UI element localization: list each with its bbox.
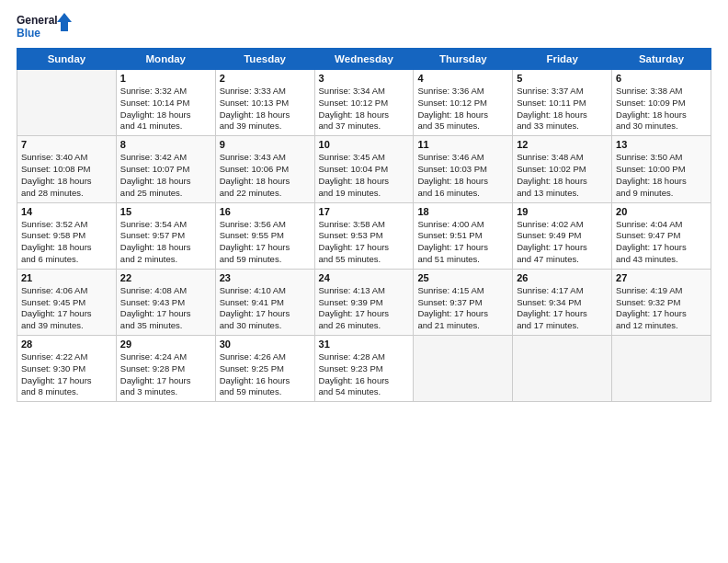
day-number-18: 18 (417, 206, 508, 217)
day-number-5: 5 (517, 73, 608, 84)
header: General Blue (17, 11, 711, 44)
day-number-25: 25 (417, 272, 508, 283)
day-cell-26: 26Sunrise: 4:17 AMSunset: 9:34 PMDayligh… (513, 269, 612, 335)
day-number-23: 23 (220, 272, 311, 283)
day-cell-19: 19Sunrise: 4:02 AMSunset: 9:49 PMDayligh… (513, 202, 612, 269)
weekday-header-thursday: Thursday (414, 49, 513, 70)
day-info-2: Sunrise: 3:33 AMSunset: 10:13 PMDaylight… (220, 86, 311, 132)
day-number-15: 15 (120, 206, 211, 217)
day-number-1: 1 (120, 73, 211, 84)
day-number-10: 10 (319, 139, 410, 150)
day-number-29: 29 (120, 339, 211, 350)
day-info-25: Sunrise: 4:15 AMSunset: 9:37 PMDaylight:… (417, 285, 508, 332)
day-info-14: Sunrise: 3:52 AMSunset: 9:58 PMDaylight:… (21, 219, 112, 266)
day-cell-23: 23Sunrise: 4:10 AMSunset: 9:41 PMDayligh… (215, 269, 314, 335)
day-info-4: Sunrise: 3:36 AMSunset: 10:12 PMDaylight… (417, 86, 508, 132)
page: General Blue SundayMondayTuesdayWednesda… (0, 0, 728, 411)
day-cell-13: 13Sunrise: 3:50 AMSunset: 10:00 PMDaylig… (612, 136, 711, 202)
day-cell-29: 29Sunrise: 4:24 AMSunset: 9:28 PMDayligh… (116, 336, 215, 402)
week-row-5: 28Sunrise: 4:22 AMSunset: 9:30 PMDayligh… (17, 336, 711, 402)
day-cell-16: 16Sunrise: 3:56 AMSunset: 9:55 PMDayligh… (215, 202, 314, 269)
day-number-11: 11 (417, 139, 508, 150)
day-info-31: Sunrise: 4:28 AMSunset: 9:23 PMDaylight:… (319, 351, 410, 398)
logo-svg: General Blue (17, 11, 72, 44)
day-info-8: Sunrise: 3:42 AMSunset: 10:07 PMDaylight… (120, 152, 211, 199)
weekday-header-saturday: Saturday (612, 49, 711, 70)
day-info-12: Sunrise: 3:48 AMSunset: 10:02 PMDaylight… (517, 152, 608, 199)
day-info-6: Sunrise: 3:38 AMSunset: 10:09 PMDaylight… (616, 86, 707, 132)
day-cell-30: 30Sunrise: 4:26 AMSunset: 9:25 PMDayligh… (215, 336, 314, 402)
svg-text:Blue: Blue (17, 27, 40, 40)
week-row-2: 7Sunrise: 3:40 AMSunset: 10:08 PMDayligh… (17, 136, 711, 202)
day-number-31: 31 (319, 339, 410, 350)
day-number-7: 7 (21, 139, 112, 150)
day-cell-5: 5Sunrise: 3:37 AMSunset: 10:11 PMDayligh… (513, 70, 612, 136)
day-number-4: 4 (417, 73, 508, 84)
day-cell-28: 28Sunrise: 4:22 AMSunset: 9:30 PMDayligh… (17, 336, 117, 402)
day-info-27: Sunrise: 4:19 AMSunset: 9:32 PMDaylight:… (616, 285, 707, 332)
day-cell-8: 8Sunrise: 3:42 AMSunset: 10:07 PMDayligh… (116, 136, 215, 202)
day-number-9: 9 (220, 139, 311, 150)
day-cell-24: 24Sunrise: 4:13 AMSunset: 9:39 PMDayligh… (314, 269, 414, 335)
day-number-8: 8 (120, 139, 211, 150)
day-info-23: Sunrise: 4:10 AMSunset: 9:41 PMDaylight:… (220, 285, 311, 332)
day-number-20: 20 (616, 206, 707, 217)
day-info-30: Sunrise: 4:26 AMSunset: 9:25 PMDaylight:… (220, 351, 311, 398)
day-cell-31: 31Sunrise: 4:28 AMSunset: 9:23 PMDayligh… (314, 336, 414, 402)
day-cell-9: 9Sunrise: 3:43 AMSunset: 10:06 PMDayligh… (215, 136, 314, 202)
day-info-17: Sunrise: 3:58 AMSunset: 9:53 PMDaylight:… (319, 219, 410, 266)
day-info-11: Sunrise: 3:46 AMSunset: 10:03 PMDaylight… (417, 152, 508, 199)
day-number-30: 30 (220, 339, 311, 350)
day-info-9: Sunrise: 3:43 AMSunset: 10:06 PMDaylight… (220, 152, 311, 199)
weekday-header-wednesday: Wednesday (314, 49, 414, 70)
day-cell-11: 11Sunrise: 3:46 AMSunset: 10:03 PMDaylig… (414, 136, 513, 202)
day-number-22: 22 (120, 272, 211, 283)
day-cell-10: 10Sunrise: 3:45 AMSunset: 10:04 PMDaylig… (314, 136, 414, 202)
day-cell-3: 3Sunrise: 3:34 AMSunset: 10:12 PMDayligh… (314, 70, 414, 136)
calendar: SundayMondayTuesdayWednesdayThursdayFrid… (17, 48, 711, 402)
day-info-18: Sunrise: 4:00 AMSunset: 9:51 PMDaylight:… (417, 219, 508, 266)
day-cell-25: 25Sunrise: 4:15 AMSunset: 9:37 PMDayligh… (414, 269, 513, 335)
day-number-3: 3 (319, 73, 410, 84)
day-number-12: 12 (517, 139, 608, 150)
day-cell-6: 6Sunrise: 3:38 AMSunset: 10:09 PMDayligh… (612, 70, 711, 136)
weekday-header-tuesday: Tuesday (215, 49, 314, 70)
day-number-26: 26 (517, 272, 608, 283)
empty-cell (17, 70, 117, 136)
day-number-24: 24 (319, 272, 410, 283)
logo: General Blue (17, 11, 72, 44)
day-info-24: Sunrise: 4:13 AMSunset: 9:39 PMDaylight:… (319, 285, 410, 332)
day-cell-7: 7Sunrise: 3:40 AMSunset: 10:08 PMDayligh… (17, 136, 117, 202)
empty-cell (414, 336, 513, 402)
weekday-header-monday: Monday (116, 49, 215, 70)
day-cell-14: 14Sunrise: 3:52 AMSunset: 9:58 PMDayligh… (17, 202, 117, 269)
svg-marker-2 (57, 13, 72, 31)
day-number-27: 27 (616, 272, 707, 283)
day-info-29: Sunrise: 4:24 AMSunset: 9:28 PMDaylight:… (120, 351, 211, 398)
empty-cell (612, 336, 711, 402)
day-info-19: Sunrise: 4:02 AMSunset: 9:49 PMDaylight:… (517, 219, 608, 266)
day-info-1: Sunrise: 3:32 AMSunset: 10:14 PMDaylight… (120, 86, 211, 132)
weekday-header-friday: Friday (513, 49, 612, 70)
svg-text:General: General (17, 14, 58, 27)
day-info-26: Sunrise: 4:17 AMSunset: 9:34 PMDaylight:… (517, 285, 608, 332)
day-info-5: Sunrise: 3:37 AMSunset: 10:11 PMDaylight… (517, 86, 608, 132)
day-number-6: 6 (616, 73, 707, 84)
week-row-4: 21Sunrise: 4:06 AMSunset: 9:45 PMDayligh… (17, 269, 711, 335)
day-cell-17: 17Sunrise: 3:58 AMSunset: 9:53 PMDayligh… (314, 202, 414, 269)
day-info-3: Sunrise: 3:34 AMSunset: 10:12 PMDaylight… (319, 86, 410, 132)
day-number-13: 13 (616, 139, 707, 150)
day-info-20: Sunrise: 4:04 AMSunset: 9:47 PMDaylight:… (616, 219, 707, 266)
day-cell-15: 15Sunrise: 3:54 AMSunset: 9:57 PMDayligh… (116, 202, 215, 269)
day-cell-12: 12Sunrise: 3:48 AMSunset: 10:02 PMDaylig… (513, 136, 612, 202)
weekday-header-sunday: Sunday (17, 49, 117, 70)
day-info-21: Sunrise: 4:06 AMSunset: 9:45 PMDaylight:… (21, 285, 112, 332)
day-info-16: Sunrise: 3:56 AMSunset: 9:55 PMDaylight:… (220, 219, 311, 266)
day-info-10: Sunrise: 3:45 AMSunset: 10:04 PMDaylight… (319, 152, 410, 199)
day-number-21: 21 (21, 272, 112, 283)
day-number-2: 2 (220, 73, 311, 84)
day-info-22: Sunrise: 4:08 AMSunset: 9:43 PMDaylight:… (120, 285, 211, 332)
day-cell-4: 4Sunrise: 3:36 AMSunset: 10:12 PMDayligh… (414, 70, 513, 136)
day-cell-20: 20Sunrise: 4:04 AMSunset: 9:47 PMDayligh… (612, 202, 711, 269)
day-cell-27: 27Sunrise: 4:19 AMSunset: 9:32 PMDayligh… (612, 269, 711, 335)
